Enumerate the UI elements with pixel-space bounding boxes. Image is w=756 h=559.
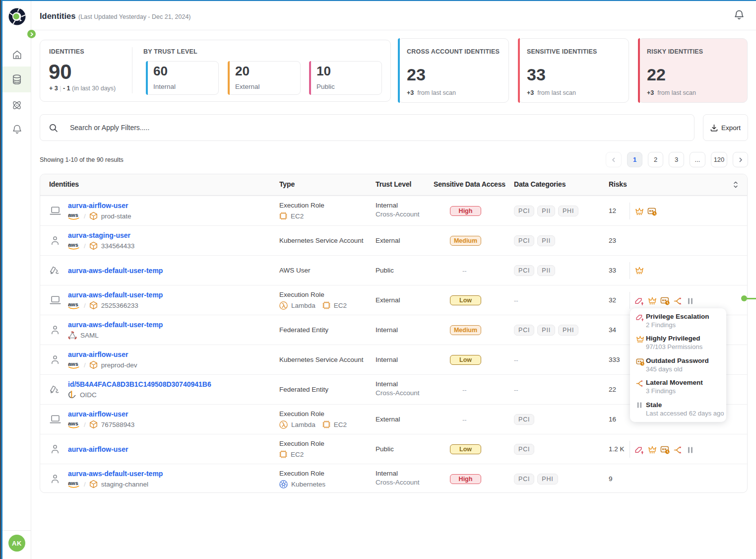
svg-text:aws: aws — [68, 420, 78, 426]
svg-text:aws: aws — [68, 480, 78, 486]
svg-text:aws: aws — [68, 301, 78, 307]
svg-text:aws: aws — [68, 361, 78, 367]
svg-text:aws: aws — [68, 242, 78, 248]
svg-text:aws: aws — [68, 212, 78, 218]
